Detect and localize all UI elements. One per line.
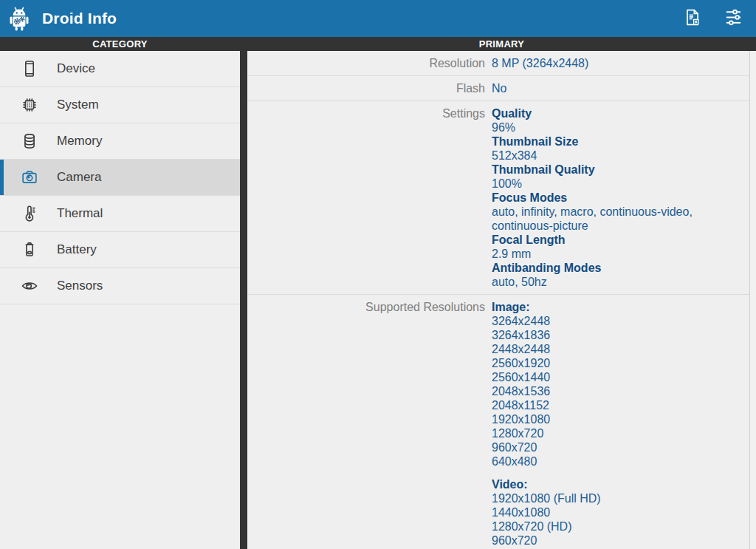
sidebar-item-sensors[interactable]: Sensors [0, 268, 240, 304]
report-export-icon [682, 7, 702, 30]
value-line: 3264x1836 [492, 328, 601, 342]
app-bar: Droid Info [0, 0, 756, 37]
value-line: 2048x1152 [492, 398, 601, 412]
android-robot-gears-icon [4, 3, 35, 34]
panel-divider [240, 51, 247, 549]
value-line: 2560x1920 [492, 356, 601, 370]
value-line: No [492, 81, 506, 95]
info-row-resolution: Resolution8 MP (3264x2448) [247, 51, 749, 76]
value-line: 2048x1536 [492, 384, 601, 398]
detail-panel: Resolution8 MP (3264x2448)FlashNoSetting… [247, 51, 750, 549]
value-line: 2448x2448 [492, 342, 601, 356]
value-line: 1920x1080 [492, 412, 601, 426]
value-heading: Focus Modes [492, 191, 693, 205]
row-label: Settings [247, 106, 485, 289]
value-line: 3264x2448 [492, 314, 601, 328]
value-heading: Quality [492, 106, 693, 120]
value-line: 1280x720 [492, 426, 601, 440]
value-line: 2.9 mm [492, 247, 693, 261]
row-label: Resolution [247, 56, 485, 70]
sidebar-item-label: System [57, 98, 99, 112]
value-line: 100% [492, 177, 693, 191]
category-header: CATEGORY [0, 37, 240, 51]
value-spacer [492, 468, 601, 477]
value-line: continuous-picture [492, 219, 693, 233]
settings-tune-button[interactable] [721, 6, 746, 31]
row-value: No [492, 81, 506, 95]
value-heading: Focal Length [492, 233, 693, 247]
row-label: Supported Resolutions [247, 300, 485, 549]
row-label: Flash [247, 81, 485, 95]
row-value: Image:3264x24483264x18362448x24482560x19… [492, 300, 601, 549]
value-heading: Antibanding Modes [492, 261, 693, 275]
value-line: 1920x1080 (Full HD) [492, 491, 601, 505]
row-value: 8 MP (3264x2448) [492, 56, 588, 70]
camera-icon [20, 168, 39, 187]
sidebar-item-thermal[interactable]: Thermal [0, 196, 240, 232]
sidebar-item-label: Thermal [57, 206, 103, 221]
sidebar-item-device[interactable]: Device [0, 51, 240, 87]
droid-info-app: Droid Info [0, 0, 756, 549]
header-divider-segment [240, 37, 247, 51]
column-headers: CATEGORY PRIMARY [0, 37, 756, 51]
sidebar-item-camera[interactable]: Camera [0, 160, 240, 196]
value-line: 8 MP (3264x2448) [492, 56, 588, 70]
sidebar-item-label: Sensors [57, 279, 103, 293]
smartphone-icon [20, 59, 39, 78]
battery-icon [20, 240, 39, 259]
value-line: 1280x720 (HD) [492, 519, 601, 533]
sidebar-item-label: Device [57, 61, 95, 76]
thermometer-icon [20, 204, 39, 223]
category-sidebar: DeviceSystemMemoryCameraThermalBatterySe… [0, 51, 240, 549]
sidebar-item-memory[interactable]: Memory [0, 123, 240, 160]
value-line: 96% [492, 120, 693, 134]
value-heading: Image: [492, 300, 601, 314]
sidebar-item-system[interactable]: System [0, 87, 240, 123]
value-line: auto, infinity, macro, continuous-video, [492, 205, 693, 219]
value-line: 2560x1440 [492, 370, 601, 384]
chip-icon [20, 95, 39, 115]
eye-icon [20, 276, 39, 296]
tune-sliders-icon [724, 7, 743, 30]
value-line: auto, 50hz [492, 275, 693, 289]
value-heading: Thumbnail Quality [492, 163, 693, 177]
row-value: Quality96%Thumbnail Size512x384Thumbnail… [492, 106, 693, 289]
value-line: 1440x1080 [492, 505, 601, 519]
sidebar-item-label: Camera [57, 170, 101, 185]
appbar-actions [679, 6, 746, 31]
primary-header: PRIMARY [247, 37, 756, 51]
sidebar-item-label: Memory [57, 134, 102, 149]
info-row-settings: SettingsQuality96%Thumbnail Size512x384T… [247, 101, 749, 295]
main-area: DeviceSystemMemoryCameraThermalBatterySe… [0, 51, 756, 549]
info-row-flash: FlashNo [247, 76, 749, 101]
scrollbar-gutter [750, 51, 756, 549]
value-heading: Video: [492, 477, 601, 491]
export-report-button[interactable] [679, 6, 704, 31]
value-line: 960x720 [492, 440, 601, 454]
sidebar-item-battery[interactable]: Battery [0, 232, 240, 268]
value-line: 512x384 [492, 149, 693, 163]
sidebar-item-label: Battery [57, 242, 97, 257]
value-heading: Thumbnail Size [492, 134, 693, 149]
info-row-supported-resolutions: Supported ResolutionsImage:3264x24483264… [247, 295, 749, 549]
value-line: 960x720 [492, 533, 601, 548]
app-title: Droid Info [42, 10, 679, 27]
value-line: 640x480 [492, 454, 601, 468]
database-icon [20, 132, 39, 151]
